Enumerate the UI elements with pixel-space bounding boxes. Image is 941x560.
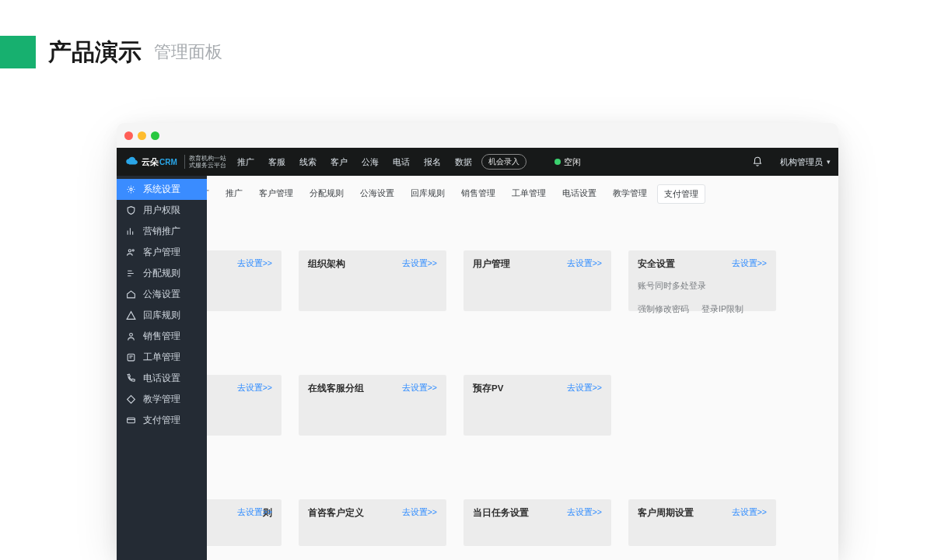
zoom-dot[interactable] — [151, 131, 159, 140]
chart-icon — [126, 226, 136, 236]
tab-8[interactable]: 教学管理 — [607, 184, 653, 204]
tab-9[interactable]: 支付管理 — [657, 184, 705, 204]
topnav-item-7[interactable]: 数据 — [455, 156, 472, 168]
settings-card-1-1: 组织架构去设置>> — [299, 250, 446, 311]
sidebar-item-label: 销售管理 — [143, 331, 180, 342]
tabs-bar: 广 推广客户管理分配规则公海设置回库规则销售管理工单管理电话设置教学管理支付管理 — [117, 176, 838, 210]
phone-icon — [126, 373, 136, 383]
go-settings-link[interactable]: 去设置>> — [567, 383, 602, 394]
go-settings-link[interactable]: 去设置>> — [732, 258, 767, 269]
topnav-item-1[interactable]: 客服 — [268, 156, 285, 168]
tab-1[interactable]: 客户管理 — [253, 184, 299, 204]
tab-2[interactable]: 分配规则 — [303, 184, 350, 204]
sidebar-item-9[interactable]: 电话设置 — [117, 368, 207, 389]
sidebar-item-label: 支付管理 — [143, 415, 180, 426]
sidebar-item-label: 用户权限 — [143, 205, 180, 216]
bell-icon[interactable] — [752, 156, 763, 167]
brand-tagline: 教育机构一站式服务云平台 — [184, 155, 226, 169]
sidebar-item-3[interactable]: 客户管理 — [117, 242, 207, 263]
sidebar-item-2[interactable]: 营销推广 — [117, 221, 207, 242]
chevron-down-icon: ▾ — [827, 158, 831, 166]
slide-title: 产品演示 — [48, 37, 142, 68]
settings-card-3-1: 首咨客户定义去设置>> — [299, 499, 446, 546]
go-settings-link[interactable]: 去设置>> — [567, 258, 602, 269]
go-settings-link[interactable]: 去设置>> — [237, 383, 272, 394]
record-opportunity-button[interactable]: 机会录入 — [481, 154, 526, 170]
ticket-icon — [126, 352, 136, 362]
user-role-dropdown[interactable]: 机构管理员 ▾ — [780, 156, 831, 168]
topnav-item-2[interactable]: 线索 — [299, 156, 317, 168]
topnav-item-0[interactable]: 推广 — [237, 156, 254, 168]
go-settings-link[interactable]: 去设置>> — [402, 383, 437, 394]
minimize-dot[interactable] — [138, 131, 146, 140]
sidebar-item-7[interactable]: 销售管理 — [117, 326, 207, 347]
svg-rect-5 — [128, 418, 135, 423]
brand-text: 云朵 CRM — [142, 156, 177, 168]
sidebar-item-label: 公海设置 — [143, 289, 180, 300]
card-subopt[interactable]: 账号同时多处登录 — [638, 281, 706, 292]
card-icon — [126, 415, 136, 425]
warn-icon — [126, 310, 136, 320]
settings-card-3-3: 客户周期设置去设置>> — [628, 499, 776, 546]
status-text: 空闲 — [564, 156, 581, 168]
person-icon — [126, 331, 136, 341]
sidebar-item-6[interactable]: 回库规则 — [117, 305, 207, 326]
user-icon — [126, 247, 136, 257]
sidebar-item-label: 回库规则 — [143, 310, 180, 321]
tab-5[interactable]: 销售管理 — [455, 184, 502, 204]
settings-card-2-2: 预存PV去设置>> — [464, 375, 611, 436]
status-indicator[interactable]: 空闲 — [554, 156, 581, 168]
card-subopt[interactable]: 强制修改密码 — [638, 304, 689, 315]
settings-card-1-3: 安全设置去设置>>账号同时多处登录强制修改密码登录IP限制 — [628, 250, 776, 311]
sidebar-item-10[interactable]: 教学管理 — [117, 389, 207, 410]
sidebar-item-5[interactable]: 公海设置 — [117, 284, 207, 305]
user-role-label: 机构管理员 — [780, 156, 823, 168]
go-settings-link[interactable]: 去设置>> — [237, 258, 272, 269]
tab-3[interactable]: 公海设置 — [354, 184, 401, 204]
slide-accent-bar — [0, 36, 36, 68]
settings-icon — [126, 184, 136, 194]
go-settings-link[interactable]: 去设置>> — [237, 507, 272, 518]
home-icon — [126, 289, 136, 299]
shield-icon — [126, 205, 136, 215]
tab-6[interactable]: 工单管理 — [505, 184, 552, 204]
brand[interactable]: 云朵 CRM 教育机构一站式服务云平台 — [124, 155, 226, 169]
tab-0[interactable]: 推广 — [219, 184, 249, 204]
slide-subtitle: 管理面板 — [154, 40, 222, 64]
main-content: 广 推广客户管理分配规则公海设置回库规则销售管理工单管理电话设置教学管理支付管理… — [117, 176, 838, 560]
topnav-item-6[interactable]: 报名 — [424, 156, 441, 168]
sidebar-item-label: 分配规则 — [143, 268, 180, 279]
sidebar-item-4[interactable]: 分配规则 — [117, 263, 207, 284]
sidebar-item-label: 系统设置 — [143, 184, 180, 195]
sidebar-item-11[interactable]: 支付管理 — [117, 410, 207, 431]
settings-card-1-2: 用户管理去设置>> — [464, 250, 611, 311]
sidebar-item-8[interactable]: 工单管理 — [117, 347, 207, 368]
tab-4[interactable]: 回库规则 — [404, 184, 451, 204]
go-settings-link[interactable]: 去设置>> — [732, 507, 767, 518]
topnav-item-5[interactable]: 电话 — [393, 156, 410, 168]
status-dot-icon — [554, 159, 561, 165]
svg-point-3 — [130, 333, 133, 336]
go-settings-link[interactable]: 去设置>> — [567, 507, 602, 518]
card-subopt[interactable]: 登录IP限制 — [701, 304, 743, 315]
tab-7[interactable]: 电话设置 — [556, 184, 603, 204]
sidebar-item-label: 营销推广 — [143, 226, 180, 237]
svg-point-0 — [130, 188, 132, 191]
sidebar-item-label: 教学管理 — [143, 394, 180, 405]
go-settings-link[interactable]: 去设置>> — [402, 507, 437, 518]
go-settings-link[interactable]: 去设置>> — [402, 258, 437, 269]
svg-point-2 — [132, 250, 134, 251]
tag-icon — [126, 394, 136, 404]
brand-logo-icon — [124, 156, 138, 168]
settings-card-3-2: 当日任务设置去设置>> — [464, 499, 611, 546]
topnav-item-3[interactable]: 客户 — [331, 156, 348, 168]
close-dot[interactable] — [124, 131, 133, 140]
sidebar-item-label: 客户管理 — [143, 247, 180, 258]
flow-icon — [126, 268, 136, 278]
sidebar-item-label: 电话设置 — [143, 373, 180, 384]
topnav-item-4[interactable]: 公海 — [362, 156, 379, 168]
settings-card-2-1: 在线客服分组去设置>> — [299, 375, 446, 436]
sidebar-item-1[interactable]: 用户权限 — [117, 200, 207, 221]
sidebar-item-0[interactable]: 系统设置 — [117, 179, 207, 200]
sidebar: 系统设置用户权限营销推广客户管理分配规则公海设置回库规则销售管理工单管理电话设置… — [117, 176, 207, 431]
